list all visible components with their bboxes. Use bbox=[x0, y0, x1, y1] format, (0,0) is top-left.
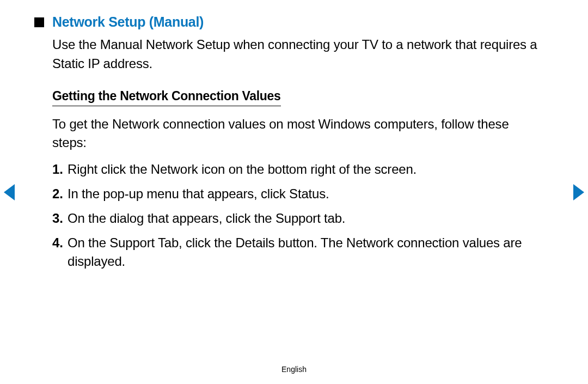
section-title: Network Setup (Manual) bbox=[52, 14, 204, 30]
document-content: Network Setup (Manual) Use the Manual Ne… bbox=[0, 0, 588, 271]
subsection-intro-text: To get the Network connection values on … bbox=[52, 115, 539, 153]
step-item: On the Support Tab, click the Details bu… bbox=[52, 234, 539, 272]
previous-page-arrow[interactable] bbox=[4, 184, 15, 200]
step-item: On the dialog that appears, click the Su… bbox=[52, 209, 539, 228]
section-header: Network Setup (Manual) bbox=[34, 14, 539, 30]
section-intro-text: Use the Manual Network Setup when connec… bbox=[52, 35, 539, 74]
footer-language: English bbox=[0, 365, 588, 374]
steps-list: Right click the Network icon on the bott… bbox=[52, 160, 539, 271]
subsection-title: Getting the Network Connection Values bbox=[52, 89, 281, 106]
square-bullet-icon bbox=[34, 17, 44, 27]
next-page-arrow[interactable] bbox=[573, 184, 584, 200]
step-item: In the pop-up menu that appears, click S… bbox=[52, 185, 539, 204]
step-item: Right click the Network icon on the bott… bbox=[52, 160, 539, 179]
